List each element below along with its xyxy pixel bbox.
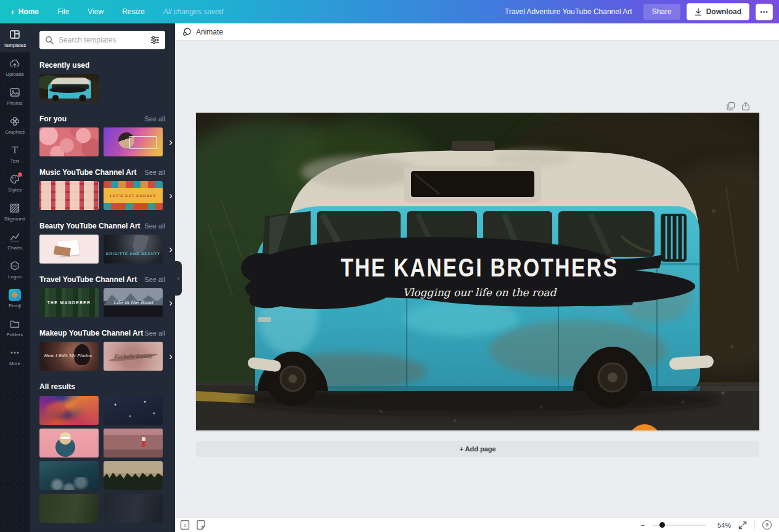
sidebar-item-charts[interactable]: Charts — [0, 226, 30, 255]
sidebar-label: Folders — [7, 332, 23, 337]
back-chevron-icon: ‹ — [11, 7, 14, 16]
template-thumb-treeline[interactable] — [104, 461, 163, 490]
thumb-text: THE WANDERER — [39, 288, 99, 317]
see-all-music[interactable]: See all — [144, 169, 165, 176]
see-all-for-you[interactable]: See all — [144, 115, 165, 123]
template-thumb-lips[interactable]: Rochelle Beauty — [104, 342, 163, 371]
sidebar-label: Styles — [8, 187, 22, 193]
template-thumb-beauty-collage[interactable] — [39, 235, 99, 264]
uploads-icon — [9, 57, 21, 70]
help-button[interactable]: ? — [762, 520, 772, 530]
section-title-for-you: For you — [39, 115, 67, 123]
zoom-slider[interactable] — [652, 525, 706, 526]
template-thumb-starry[interactable] — [104, 396, 163, 425]
zoom-level: 54% — [714, 522, 731, 529]
template-thumb-recent-bus[interactable] — [39, 74, 99, 103]
template-thumb-beauty-portrait[interactable]: BRIGITTE AND BEAUTY — [104, 235, 163, 264]
page-manager-icon[interactable]: 1 — [180, 520, 190, 530]
menu-resize[interactable]: Resize — [122, 7, 145, 16]
template-thumb-cassettes-yellow[interactable]: LET'S GET GROOVY — [104, 181, 163, 210]
workspace: Animate — [175, 23, 779, 532]
chevron-right-icon[interactable]: › — [169, 243, 173, 256]
zoom-slider-knob[interactable] — [659, 522, 665, 528]
sidebar-label: Templates — [4, 42, 26, 48]
sidebar-label: Text — [10, 158, 20, 164]
template-thumb-mountain-road[interactable]: Life in the Road — [104, 288, 163, 317]
sidebar-item-styles[interactable]: Styles — [0, 168, 30, 197]
section-title-all-results: All results — [39, 382, 75, 391]
see-all-beauty[interactable]: See all — [144, 222, 165, 230]
download-icon — [695, 8, 702, 16]
graphics-icon — [9, 115, 21, 127]
home-button[interactable]: ‹ Home — [11, 7, 39, 16]
menu-file[interactable]: File — [57, 7, 69, 16]
photos-icon — [9, 86, 21, 99]
sidebar-item-templates[interactable]: Templates — [0, 23, 30, 52]
chevron-right-icon[interactable]: › — [169, 136, 173, 148]
section-title-makeup: Makeup YouTube Channel Art — [39, 329, 143, 337]
share-button[interactable]: Share — [643, 4, 680, 20]
templates-panel: Recently used F — [30, 23, 175, 532]
templates-icon — [9, 28, 21, 41]
styles-badge — [18, 172, 22, 177]
fullscreen-icon[interactable] — [738, 521, 747, 530]
thumb-text: LET'S GET GROOVY — [104, 181, 163, 210]
header-more-button[interactable]: ••• — [756, 4, 773, 20]
animate-icon — [182, 27, 192, 36]
panel-collapse-tab[interactable]: ‹ — [175, 261, 182, 296]
canva-editor: ‹ Home File View Resize All changes save… — [0, 0, 779, 532]
add-page-button[interactable]: + Add page — [196, 441, 759, 457]
sidebar-item-emoji[interactable]: Emoji — [0, 284, 30, 313]
notes-icon[interactable] — [196, 520, 206, 530]
sidebar-item-graphics[interactable]: Graphics — [0, 110, 30, 139]
template-thumb-cassettes-red[interactable] — [39, 181, 99, 210]
see-all-makeup[interactable]: See all — [144, 329, 165, 337]
emoji-icon — [9, 289, 21, 301]
top-bar: ‹ Home File View Resize All changes save… — [0, 0, 779, 23]
chevron-right-icon[interactable]: › — [169, 350, 173, 363]
folders-icon — [9, 318, 21, 330]
template-thumb-partial-2[interactable] — [104, 494, 163, 523]
sidebar-item-more[interactable]: More — [0, 342, 30, 371]
svg-text:T: T — [12, 145, 18, 156]
sidebar-label: More — [9, 361, 20, 366]
search-input[interactable] — [59, 36, 145, 44]
template-thumb-gradient-frame[interactable] — [104, 127, 163, 156]
search-icon — [45, 36, 54, 44]
chevron-right-icon[interactable]: › — [169, 190, 173, 202]
save-status: All changes saved — [163, 7, 223, 16]
sidebar-item-photos[interactable]: Photos — [0, 81, 30, 110]
template-thumb-roses[interactable] — [39, 127, 99, 156]
template-thumb-marble[interactable] — [39, 396, 99, 425]
sidebar-label: Logos — [8, 274, 22, 280]
export-page-icon[interactable] — [741, 102, 751, 111]
animate-button[interactable]: Animate — [196, 28, 223, 36]
download-button[interactable]: Download — [687, 3, 749, 20]
sidebar-rail: Templates Uploads Photos Grap — [0, 23, 30, 532]
duplicate-page-icon[interactable] — [726, 102, 735, 111]
charts-icon — [9, 231, 21, 243]
template-thumb-partial-1[interactable] — [39, 494, 99, 523]
template-thumb-desert[interactable] — [104, 429, 163, 457]
filter-icon[interactable] — [150, 36, 160, 44]
sidebar-item-background[interactable]: Bkground — [0, 197, 30, 226]
design-page[interactable]: THE KANEGI BROTHERS Vlogging our life on… — [196, 113, 759, 430]
sidebar-item-uploads[interactable]: Uploads — [0, 52, 30, 81]
template-thumb-makeup-portrait[interactable]: How I Edit My Photos — [39, 342, 99, 371]
template-thumb-pink-person[interactable] — [39, 429, 99, 457]
canvas-area: THE KANEGI BROTHERS Vlogging our life on… — [175, 41, 779, 517]
sidebar-item-logos[interactable]: Co Logos — [0, 255, 30, 284]
thumb-text: BRIGITTE AND BEAUTY — [104, 235, 163, 264]
mini-bus-thumbnail — [39, 74, 99, 103]
template-thumb-ocean[interactable] — [39, 461, 99, 490]
see-all-travel[interactable]: See all — [144, 276, 165, 283]
thumb-text: Life in the Road — [104, 288, 163, 317]
template-thumb-forest[interactable]: THE WANDERER — [39, 288, 99, 317]
menu-view[interactable]: View — [88, 7, 104, 16]
chevron-right-icon[interactable]: › — [169, 297, 173, 309]
sidebar-item-text[interactable]: T Text — [0, 139, 30, 168]
sidebar-item-folders[interactable]: Folders — [0, 313, 30, 342]
sidebar-label: Emoji — [9, 303, 21, 308]
document-title[interactable]: Travel Adventure YouTube Channel Art — [505, 7, 632, 16]
zoom-out-button[interactable]: − — [640, 521, 645, 530]
